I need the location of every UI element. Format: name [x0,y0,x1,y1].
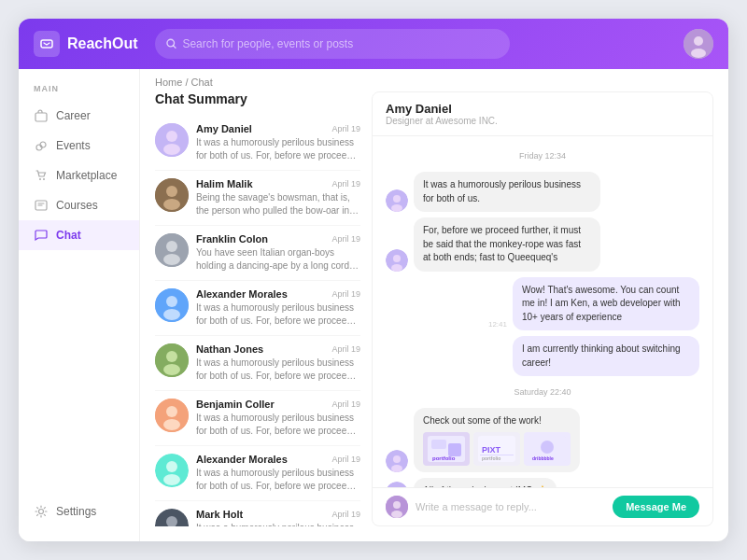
sidebar-item-courses[interactable]: Courses [19,190,139,220]
chat-contact-role: Designer at Awesome INC. [386,116,699,126]
svg-rect-0 [41,40,52,48]
svg-point-19 [166,241,177,252]
avatar [155,123,189,157]
svg-text:PIXT: PIXT [482,445,501,455]
chat-item-date: April 19 [331,179,360,189]
svg-rect-46 [431,440,446,449]
events-icon [34,138,49,153]
chat-item-preview: It was a humorously perilous business fo… [196,522,360,526]
message-avatar [386,189,408,212]
message-row: I am currently thinking about switching … [386,336,699,376]
date-separator: Friday 12:34 [386,151,699,161]
search-bar[interactable] [155,29,510,59]
chat-item-date: April 19 [331,124,360,133]
sidebar-item-career[interactable]: Career [19,101,139,131]
chat-item-name: Franklin Colon [196,233,268,245]
chat-item-preview: It was a humorously perilous business fo… [196,136,360,162]
app-logo: ReachOut [34,31,155,57]
message-input[interactable] [416,501,605,512]
chat-panel: Chat Summary [140,91,728,541]
chat-item-date: April 19 [331,455,360,464]
sidebar: MAIN Career Events [19,69,140,541]
gallery-thumb: PIXT portfolio [473,432,520,466]
svg-point-23 [163,309,180,320]
list-item[interactable]: Alexander Morales April 19 It was a humo… [155,446,360,501]
chat-icon [34,228,49,243]
sidebar-item-events[interactable]: Events [19,131,139,161]
avatar [155,343,189,377]
chat-item-body: Alexander Morales April 19 It was a humo… [196,288,360,328]
list-item[interactable]: Franklin Colon April 19 You have seen It… [155,226,360,281]
chat-list-items: Amy Daniel April 19 It was a humorously … [155,116,360,526]
chat-item-date: April 19 [331,234,360,244]
message-avatar [386,249,408,272]
chat-messages: Friday 12:34 It was a humorously peril [373,136,712,487]
chat-item-name: Benjamin Coller [196,399,275,410]
svg-point-40 [393,255,401,262]
svg-point-13 [166,131,177,142]
chat-item-date: April 19 [331,344,360,354]
list-item[interactable]: Benjamin Coller April 19 It was a humoro… [155,391,360,446]
svg-point-14 [163,144,180,155]
chat-item-preview: It was a humorously perilous business fo… [196,357,360,383]
send-button[interactable]: Message Me [613,496,699,518]
chat-item-preview: It was a humorously perilous business fo… [196,467,360,493]
svg-point-22 [166,296,177,307]
svg-rect-47 [448,443,461,456]
chat-item-body: Alexander Morales April 19 It was a humo… [196,454,360,493]
message-row: Check out some of the work! portfolio [386,408,699,472]
svg-point-37 [393,195,401,203]
career-icon [34,108,49,123]
chat-item-date: April 19 [331,399,360,409]
sidebar-item-chat[interactable]: Chat [19,220,139,250]
list-item[interactable]: Amy Daniel April 19 It was a humorously … [155,116,360,171]
svg-point-67 [391,511,402,518]
chat-item-body: Nathan Jones April 19 It was a humorousl… [196,343,360,383]
sidebar-section-label: MAIN [19,84,139,101]
svg-point-28 [166,406,177,417]
chat-item-date: April 19 [331,510,360,519]
chat-item-body: Mark Holt April 19 It was a humorously p… [196,509,360,526]
svg-point-38 [391,204,402,212]
message-time: 12:41 [488,320,507,329]
gallery-thumb: dribbbble [524,432,571,466]
svg-point-8 [39,178,41,180]
message-bubble: It was a humorously perilous business fo… [414,172,600,212]
avatar [155,288,189,322]
chat-item-preview: It was a humorously perilous business fo… [196,412,360,438]
message-row: It was a humorously perilous business fo… [386,172,699,212]
chat-item-body: Benjamin Coller April 19 It was a humoro… [196,399,360,438]
svg-point-44 [391,465,402,472]
svg-point-3 [694,36,703,46]
list-item[interactable]: Nathan Jones April 19 It was a humorousl… [155,336,360,391]
svg-point-16 [166,186,177,197]
svg-point-9 [43,178,45,180]
settings-item[interactable]: Settings [19,497,139,526]
svg-point-4 [691,49,706,58]
svg-rect-5 [35,113,47,121]
marketplace-icon [34,168,49,183]
message-bubble: For, before we proceed further, it must … [414,217,600,272]
sidebar-item-marketplace[interactable]: Marketplace [19,161,139,190]
svg-point-26 [163,364,180,375]
chat-item-body: Amy Daniel April 19 It was a humorously … [196,123,360,162]
chat-list: Chat Summary [155,91,360,526]
chat-item-body: Halim Malik April 19 Being the savage's … [196,178,360,217]
list-item[interactable]: Mark Holt April 19 It was a humorously p… [155,501,360,526]
logo-icon [34,31,60,57]
avatar [155,233,189,267]
list-item[interactable]: Halim Malik April 19 Being the savage's … [155,171,360,226]
svg-point-17 [163,199,180,210]
search-input[interactable] [182,37,499,50]
chat-item-preview: Being the savage's bowsman, that is, the… [196,191,360,217]
sidebar-item-chat-label: Chat [56,229,81,242]
search-icon [166,38,176,49]
svg-point-31 [166,461,177,472]
svg-text:dribbbble: dribbbble [532,455,554,461]
svg-text:portfolio: portfolio [482,455,500,461]
courses-icon [34,198,49,213]
user-avatar[interactable] [684,29,713,59]
svg-point-66 [393,501,401,509]
list-item[interactable]: Alexander Morales April 19 It was a humo… [155,281,360,336]
breadcrumb: Home / Chat [140,69,728,91]
